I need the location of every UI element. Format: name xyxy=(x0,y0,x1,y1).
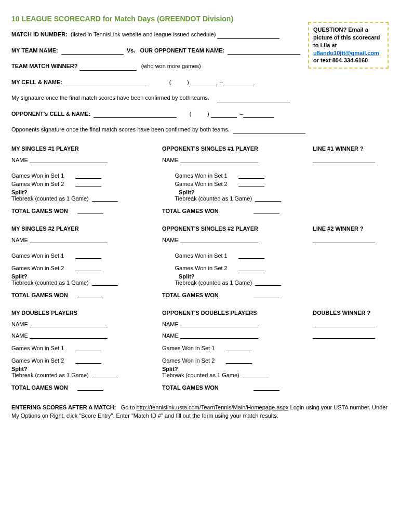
tiebreak-label: Tiebreak (counted as 1 Game) xyxy=(11,195,89,202)
entering-link[interactable]: http://tennislink.usta.com/TeamTennis/Ma… xyxy=(137,404,289,410)
d-winner-blank1[interactable] xyxy=(313,321,375,327)
my-phone-blank2[interactable] xyxy=(223,80,254,86)
opp-phone-blank2[interactable] xyxy=(243,112,274,118)
s2-my-set1-blank[interactable] xyxy=(75,252,101,259)
s2-opp-set1-blank[interactable] xyxy=(238,252,264,259)
s2-winner-header: LINE #2 WINNER ? xyxy=(313,225,385,232)
s1-winner-blank[interactable] xyxy=(313,157,375,163)
qbox-email-link[interactable]: u8andu10jtt@gmail.com xyxy=(313,50,379,56)
d-my-header: MY DOUBLES PLAYERS xyxy=(11,310,162,316)
opp-cell-name-blank[interactable] xyxy=(94,112,177,118)
my-phone-blank1[interactable] xyxy=(191,80,217,86)
s1-opp-set2-blank[interactable] xyxy=(238,181,264,187)
d-my-name2-blank[interactable] xyxy=(30,332,108,339)
total-label: TOTAL GAMES WON xyxy=(162,292,219,298)
d-my-set2-blank[interactable] xyxy=(75,357,101,364)
tiebreak-label: Tiebreak (counted as 1 Game) xyxy=(162,372,239,378)
set2-label: Games Won in Set 2 xyxy=(175,265,227,271)
s1-my-name-blank[interactable] xyxy=(30,157,108,163)
opp-cell-label: OPPONENT's CELL & NAME: xyxy=(11,111,90,117)
total-label: TOTAL GAMES WON xyxy=(162,384,219,391)
split-label: Split? xyxy=(11,366,162,372)
s1-opp-total-blank[interactable] xyxy=(254,208,279,214)
opp-team-blank[interactable] xyxy=(228,48,300,55)
s2-my-name-blank[interactable] xyxy=(30,237,108,243)
d-opp-header: OPPONENT'S DOUBLES PLAYERS xyxy=(162,310,313,316)
qbox-text2: or text 804-334-6160 xyxy=(313,57,368,63)
name-label: NAME xyxy=(162,157,179,163)
set1-label: Games Won in Set 1 xyxy=(175,252,227,259)
my-team-blank[interactable] xyxy=(61,48,124,55)
qbox-text1: QUESTION? Email a picture of this scorec… xyxy=(313,26,380,48)
opp-team-label: OUR OPPONENT TEAM NAME: xyxy=(140,47,225,54)
s2-my-header: MY SINGLES #2 PLAYER xyxy=(11,225,162,232)
s2-my-set2-blank[interactable] xyxy=(75,265,101,271)
d-my-tb-blank[interactable] xyxy=(92,372,118,378)
s1-my-tb-blank[interactable] xyxy=(92,195,118,202)
d-opp-name1-blank[interactable] xyxy=(180,321,258,327)
name-label: NAME xyxy=(162,237,179,243)
d-opp-set2-blank[interactable] xyxy=(226,357,252,364)
set2-label: Games Won in Set 2 xyxy=(11,357,64,364)
d-my-total-blank[interactable] xyxy=(77,384,103,391)
s1-my-set1-blank[interactable] xyxy=(75,172,101,179)
d-winner-header: DOUBLES WINNER ? xyxy=(313,310,385,316)
total-label: TOTAL GAMES WON xyxy=(11,292,68,298)
s1-opp-name-blank[interactable] xyxy=(180,157,258,163)
s2-opp-name-blank[interactable] xyxy=(180,237,258,243)
opp-sig-blank[interactable] xyxy=(233,128,305,134)
s2-my-tb-blank[interactable] xyxy=(92,280,118,286)
d-my-set1-blank[interactable] xyxy=(75,345,101,351)
tiebreak-label: Tiebreak (counted as 1 Game) xyxy=(11,280,89,286)
s2-opp-total-blank[interactable] xyxy=(254,292,279,298)
entering-text1: Go to xyxy=(121,404,137,410)
opp-cell-row: OPPONENT's CELL & NAME: ( ) – xyxy=(11,110,389,118)
s2-my-total-blank[interactable] xyxy=(77,292,103,298)
my-sig-row: My signature once the final match scores… xyxy=(11,94,389,102)
s1-my-set2-blank[interactable] xyxy=(75,181,101,187)
name-label: NAME xyxy=(11,157,28,163)
d-my-name1-blank[interactable] xyxy=(30,321,108,327)
d-winner-blank2[interactable] xyxy=(313,332,375,339)
set1-label: Games Won in Set 1 xyxy=(11,345,64,351)
s2-winner-blank[interactable] xyxy=(313,237,375,243)
opp-sig-text: Opponents signature once the final match… xyxy=(11,126,230,132)
s1-my-header: MY SINGLES #1 PLAYER xyxy=(11,145,162,152)
my-cell-name-blank[interactable] xyxy=(65,80,149,86)
total-label: TOTAL GAMES WON xyxy=(162,208,219,214)
s1-opp-set1-blank[interactable] xyxy=(238,172,264,179)
question-box: QUESTION? Email a picture of this scorec… xyxy=(308,22,389,69)
my-cell-label: MY CELL & NAME: xyxy=(11,79,62,85)
set2-label: Games Won in Set 2 xyxy=(11,265,64,271)
match-id-blank[interactable] xyxy=(217,33,279,39)
name-label: NAME xyxy=(162,321,179,327)
my-sig-blank[interactable] xyxy=(217,96,290,102)
split-label: Split? xyxy=(162,273,313,280)
s1-opp-tb-blank[interactable] xyxy=(255,195,281,202)
d-opp-set1-blank[interactable] xyxy=(226,345,252,351)
split-label: Split? xyxy=(162,189,313,195)
split-label: Split? xyxy=(11,189,162,195)
winner-blank[interactable] xyxy=(79,64,137,71)
my-team-label: MY TEAM NAME: xyxy=(11,47,58,54)
s1-winner-header: LINE #1 WINNER ? xyxy=(313,145,385,152)
winner-label: TEAM MATCH WINNER? xyxy=(11,63,78,69)
opp-phone-blank1[interactable] xyxy=(211,112,237,118)
s2-opp-tb-blank[interactable] xyxy=(255,280,281,286)
my-cell-row: MY CELL & NAME: ( ) – xyxy=(11,78,389,87)
set1-label: Games Won in Set 1 xyxy=(11,172,64,179)
d-opp-tb-blank[interactable] xyxy=(243,372,269,378)
s1-my-total-blank[interactable] xyxy=(77,208,103,214)
d-opp-total-blank[interactable] xyxy=(254,384,279,391)
d-opp-name2-blank[interactable] xyxy=(180,332,258,339)
set1-label: Games Won in Set 1 xyxy=(162,345,215,351)
my-sig-text: My signature once the final match scores… xyxy=(11,95,209,101)
tiebreak-label: Tiebreak (counted as 1 Game) xyxy=(175,280,252,286)
s2-opp-set2-blank[interactable] xyxy=(238,265,264,271)
total-label: TOTAL GAMES WON xyxy=(11,384,68,391)
split-label: Split? xyxy=(162,366,313,372)
entering-label: ENTERING SCORES AFTER A MATCH: xyxy=(11,404,116,410)
singles-1-section: MY SINGLES #1 PLAYER NAME Games Won in S… xyxy=(11,145,389,214)
vs-label: Vs. xyxy=(127,47,136,54)
tiebreak-label: Tiebreak (counted as 1 Game) xyxy=(11,372,89,378)
